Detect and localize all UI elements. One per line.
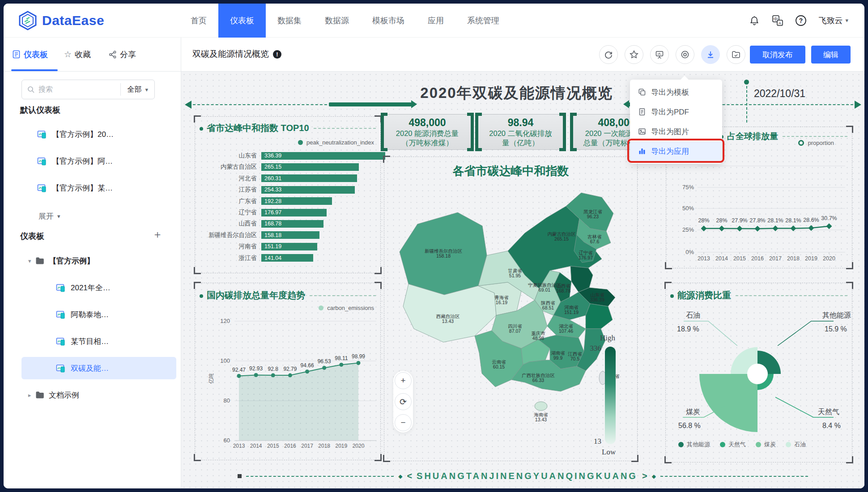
svg-text:30.7%: 30.7% xyxy=(821,215,837,221)
nav-item-3[interactable]: 数据源 xyxy=(313,4,361,38)
svg-text:168.78: 168.78 xyxy=(556,288,570,293)
caret-down-icon: ▾ xyxy=(28,258,35,264)
kpi-card-1: 98.942020 二氧化碳排放量（亿吨） xyxy=(478,114,563,150)
table-row[interactable]: 山东省336.39 xyxy=(195,152,380,160)
svg-text:2018: 2018 xyxy=(318,443,330,449)
svg-text:176.97: 176.97 xyxy=(579,255,593,260)
svg-text:336.39: 336.39 xyxy=(590,297,604,302)
svg-text:2014: 2014 xyxy=(715,255,728,262)
expand-toggle[interactable]: 展开▾ xyxy=(38,211,60,221)
top-navbar: DataEase 首页仪表板数据集数据源模板市场应用系统管理 中 A ? 飞致云… xyxy=(4,4,864,38)
table-row[interactable]: 广东省192.28 xyxy=(195,197,380,205)
warning-icon[interactable]: ! xyxy=(273,50,281,59)
date-marker-line xyxy=(746,86,747,123)
legend-item[interactable]: 石油 xyxy=(786,441,806,449)
sidebar: 仪表板 ☆ 收藏 分享 全部▾ 默认仪表板 xyxy=(4,38,181,488)
table-row[interactable]: 浙江省141.04 xyxy=(195,254,380,262)
menu-item-0[interactable]: 导出为模板 xyxy=(630,82,722,102)
pie-callout-name: 其他能源 xyxy=(822,311,851,320)
tree-item-1[interactable]: 阿勒泰地… xyxy=(4,302,181,327)
main-area: 双碳及能源情况概览 ! 取消发布 编辑 2020年双碳及能源情况概览 xyxy=(181,38,864,488)
table-row[interactable]: 江苏省254.33 xyxy=(195,186,380,194)
tree-item-0[interactable]: 2021年全… xyxy=(4,276,181,300)
search-icon xyxy=(27,86,35,93)
visualmap-gradient xyxy=(605,347,616,444)
svg-text:2017: 2017 xyxy=(769,255,782,262)
nav-item-5[interactable]: 应用 xyxy=(416,4,455,38)
pie-callout-value: 8.4 % xyxy=(822,422,841,430)
china-map[interactable]: 新疆维吾尔自治区158.18西藏自治区13.43青海省16.19甘肃省51.95… xyxy=(391,180,623,431)
app-chart-icon xyxy=(638,147,646,155)
cancel-publish-button[interactable]: 取消发布 xyxy=(750,46,805,64)
download-icon[interactable] xyxy=(701,45,720,64)
svg-text:2016: 2016 xyxy=(284,443,296,449)
add-board-button[interactable]: ＋ xyxy=(152,229,163,240)
star-icon: ☆ xyxy=(64,49,72,59)
table-row[interactable]: 新疆维吾尔自治区158.18 xyxy=(195,231,380,239)
nav-item-1[interactable]: 仪表板 xyxy=(218,4,266,38)
menu-item-2[interactable]: 导出为图片 xyxy=(630,122,722,141)
energy-mix-chart[interactable] xyxy=(666,283,853,463)
kpi-label2: 量（亿吨） xyxy=(478,138,563,148)
map-zoom-out-button[interactable]: − xyxy=(395,414,412,431)
refresh-icon[interactable] xyxy=(599,45,618,64)
star-icon[interactable] xyxy=(625,45,643,64)
menu-item-3[interactable]: 导出为应用 xyxy=(630,141,722,161)
trend-chart[interactable]: 1201008060亿吨92.47201392.93201492.8201592… xyxy=(195,283,381,461)
svg-text:28%: 28% xyxy=(716,217,727,224)
translate-icon[interactable]: 中 A xyxy=(772,15,783,26)
user-menu[interactable]: 飞致云 ▾ xyxy=(818,15,848,26)
legend-item[interactable]: 煤炭 xyxy=(756,441,776,449)
bell-icon[interactable] xyxy=(749,15,760,26)
help-icon[interactable]: ? xyxy=(795,15,807,26)
bar: 176.97 xyxy=(261,209,327,216)
svg-text:50%: 50% xyxy=(682,205,694,212)
pie-callout-name: 煤炭 xyxy=(686,407,700,417)
nav-item-0[interactable]: 首页 xyxy=(179,4,218,38)
nav-item-4[interactable]: 模板市场 xyxy=(361,4,416,38)
map-zoom-in-button[interactable]: + xyxy=(395,372,412,389)
dataease-logo[interactable]: DataEase xyxy=(18,11,179,30)
tab-favorites[interactable]: ☆ 收藏 xyxy=(64,49,91,60)
legend-item[interactable]: 其他能源 xyxy=(678,441,710,449)
pie-callout-value: 18.9 % xyxy=(677,325,699,333)
nav-item-2[interactable]: 数据集 xyxy=(266,4,313,38)
tree-folder-docs[interactable]: ▸文档示例 xyxy=(28,383,205,407)
table-row[interactable]: 辽宁省176.97 xyxy=(195,208,380,216)
menu-item-1[interactable]: 导出为PDF xyxy=(630,102,722,122)
dashboard-item-icon xyxy=(37,157,47,166)
tree-folder-official[interactable]: ▾【官方示例】 xyxy=(28,249,205,273)
svg-text:67.6: 67.6 xyxy=(590,239,600,244)
tab-dashboards[interactable]: 仪表板 xyxy=(12,49,48,60)
tab-share[interactable]: 分享 xyxy=(109,49,136,60)
search-input[interactable] xyxy=(38,85,120,93)
legend-item[interactable]: 天然气 xyxy=(720,441,746,449)
bar: 254.33 xyxy=(261,186,355,194)
resize-handle[interactable] xyxy=(238,474,242,478)
table-row[interactable]: 山西省168.78 xyxy=(195,220,380,228)
table-row[interactable]: 河南省151.19 xyxy=(195,242,380,250)
svg-text:2015: 2015 xyxy=(733,255,746,262)
svg-text:2015: 2015 xyxy=(267,443,279,449)
folder-check-icon[interactable] xyxy=(727,45,745,64)
svg-text:16.19: 16.19 xyxy=(496,300,507,305)
chevron-down-icon: ▾ xyxy=(845,17,848,24)
map-reset-button[interactable]: ⟳ xyxy=(395,393,412,410)
svg-text:158.18: 158.18 xyxy=(436,253,451,259)
share-icon xyxy=(109,51,117,59)
bar: 141.04 xyxy=(261,254,313,262)
nav-item-6[interactable]: 系统管理 xyxy=(455,4,511,38)
svg-text:92.47: 92.47 xyxy=(232,367,246,373)
svg-text:?: ? xyxy=(799,17,803,24)
tree-item-3[interactable]: 双碳及能… xyxy=(4,356,181,380)
preview-icon[interactable] xyxy=(676,45,694,64)
edit-button[interactable]: 编辑 xyxy=(811,46,851,64)
svg-text:2019: 2019 xyxy=(805,255,817,262)
table-row[interactable]: 内蒙古自治区265.15 xyxy=(195,163,380,171)
tree-item-2[interactable]: 某节目相… xyxy=(4,329,181,353)
board-icon[interactable] xyxy=(650,45,669,64)
search-filter-dropdown[interactable]: 全部▾ xyxy=(121,85,154,94)
svg-text:75%: 75% xyxy=(682,184,694,191)
svg-text:100: 100 xyxy=(220,357,230,364)
table-row[interactable]: 河北省260.31 xyxy=(195,174,380,182)
